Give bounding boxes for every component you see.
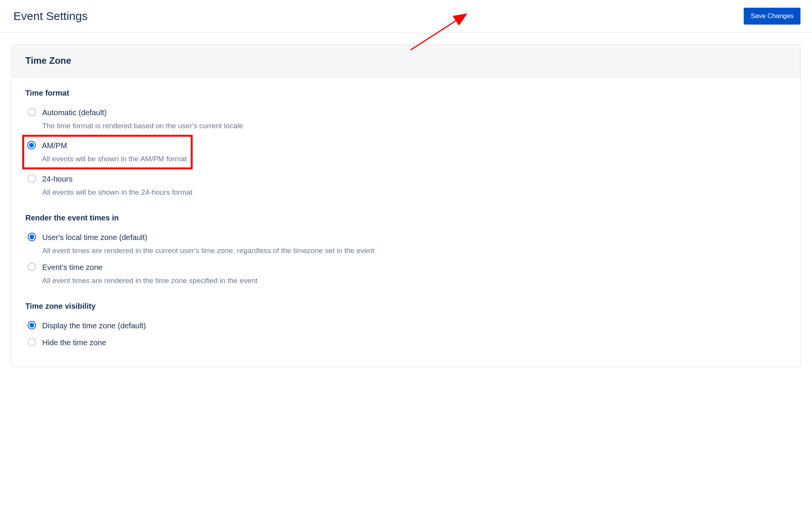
radio-option-display-tz[interactable]: Display the time zone (default) — [25, 318, 787, 334]
section-label: Time format — [25, 89, 787, 98]
page-title: Event Settings — [13, 10, 87, 23]
radio-option-event-tz[interactable]: Event's time zone All event times are re… — [25, 259, 787, 289]
option-label: Automatic (default) — [42, 107, 243, 118]
radio-option-ampm[interactable]: AM/PM All events will be shown in the AM… — [27, 138, 187, 166]
section-label: Time zone visibility — [25, 302, 787, 311]
panel-title: Time Zone — [25, 55, 787, 66]
radio-option-24hours[interactable]: 24-hours All events will be shown in the… — [25, 171, 787, 200]
radio-icon[interactable] — [28, 108, 36, 116]
radio-icon[interactable] — [28, 263, 36, 271]
option-label: Event's time zone — [42, 262, 257, 273]
section-render-in: Render the event times in User's local t… — [25, 214, 787, 289]
page-header: Event Settings Save Changes — [0, 0, 812, 33]
option-desc: All event times are rendered in the time… — [42, 275, 257, 286]
section-time-format: Time format Automatic (default) The time… — [25, 89, 787, 200]
option-label: AM/PM — [42, 140, 187, 151]
radio-icon[interactable] — [28, 338, 36, 346]
option-label: Display the time zone (default) — [42, 320, 146, 331]
highlight-annotation: AM/PM All events will be shown in the AM… — [22, 135, 193, 170]
radio-option-automatic[interactable]: Automatic (default) The time format is r… — [25, 104, 787, 134]
radio-icon[interactable] — [28, 321, 36, 329]
radio-icon[interactable] — [28, 233, 36, 241]
radio-icon[interactable] — [28, 174, 36, 183]
option-label: Hide the time zone — [42, 337, 106, 348]
panel-body: Time format Automatic (default) The time… — [12, 77, 800, 367]
option-desc: All events will be shown in the AM/PM fo… — [42, 154, 187, 165]
radio-option-hide-tz[interactable]: Hide the time zone — [25, 334, 787, 351]
save-changes-button[interactable]: Save Changes — [744, 8, 800, 25]
option-label: 24-hours — [42, 173, 193, 185]
radio-option-user-local[interactable]: User's local time zone (default) All eve… — [25, 229, 787, 259]
section-visibility: Time zone visibility Display the time zo… — [25, 302, 787, 351]
option-desc: All event times are rendered in the curr… — [42, 245, 374, 257]
radio-icon[interactable] — [27, 141, 36, 149]
panel-header: Time Zone — [12, 45, 800, 77]
option-desc: The time format is rendered based on the… — [42, 121, 243, 132]
section-label: Render the event times in — [25, 214, 787, 222]
option-desc: All events will be shown in the 24-hours… — [42, 187, 193, 198]
timezone-panel: Time Zone Time format Automatic (default… — [12, 44, 800, 367]
option-label: User's local time zone (default) — [42, 232, 374, 243]
content-area: Time Zone Time format Automatic (default… — [0, 33, 812, 379]
